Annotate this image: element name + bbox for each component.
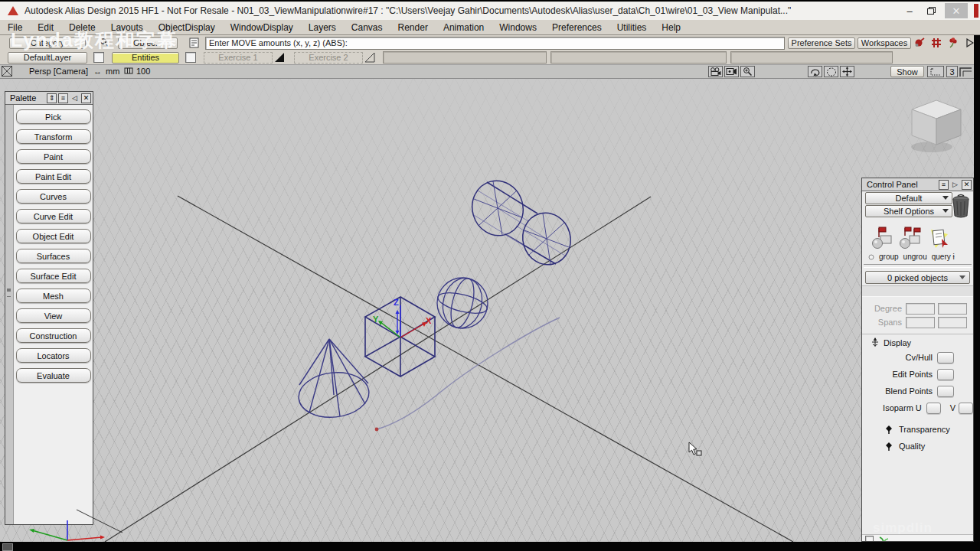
exercise1-layer-button[interactable]: Exercise 1 — [204, 52, 273, 64]
exercise2-layer-button[interactable]: Exercise 2 — [294, 52, 363, 64]
pin-grid-icon[interactable] — [928, 37, 945, 49]
recording-mark-icon — [974, 4, 978, 18]
window-title: Autodesk Alias Design 2015 HF1 - Not For… — [24, 5, 791, 16]
default-layer-button[interactable]: DefaultLayer — [8, 52, 87, 64]
grid-spacing-value[interactable]: 100 — [136, 67, 150, 76]
layer-slot-2[interactable] — [550, 51, 727, 64]
preference-sets-button[interactable]: Preference Sets — [788, 37, 855, 49]
menu-animation[interactable]: Animation — [436, 22, 492, 33]
three-button[interactable]: 3 — [946, 66, 958, 77]
twist-icon[interactable] — [808, 66, 822, 77]
camera-view-icon[interactable] — [724, 66, 739, 77]
menu-canvas[interactable]: Canvas — [344, 22, 390, 33]
freeform-curve[interactable] — [375, 318, 560, 431]
cylinder-wireframe[interactable] — [466, 174, 577, 270]
watermark-top: Lynda教程和字幕 — [11, 28, 178, 53]
watermark-bottom: simpdlin — [873, 520, 933, 536]
zoom-icon[interactable] — [740, 66, 755, 77]
camera-icon[interactable] — [708, 66, 723, 77]
menu-windowdisplay[interactable]: WindowDisplay — [223, 22, 301, 33]
exercise2-flag-icon[interactable] — [364, 52, 375, 63]
entities-layer-checkbox[interactable] — [185, 52, 196, 63]
layer-slot-3[interactable] — [730, 51, 893, 64]
wireframe-scene: Z Y X — [0, 79, 974, 542]
axis-y-label: Y — [373, 315, 379, 324]
restore-icon — [927, 7, 936, 15]
right-letterbox — [974, 35, 980, 551]
entities-layer-button[interactable]: Entities — [112, 52, 179, 64]
move-manipulator[interactable]: Z Y X — [373, 298, 432, 337]
bottom-letterbox — [0, 542, 980, 551]
menu-layers[interactable]: Layers — [301, 22, 344, 33]
resize-arrows-icon: ↔ — [93, 67, 102, 76]
cone-wireframe[interactable] — [296, 339, 371, 421]
corner-resize-icon[interactable] — [2, 543, 13, 551]
title-bar: Autodesk Alias Design 2015 HF1 - Not For… — [0, 0, 980, 20]
world-axis-triad — [29, 510, 122, 540]
exercise1-flag-icon[interactable] — [274, 52, 285, 63]
menu-help[interactable]: Help — [654, 22, 688, 33]
prompt-history-icon[interactable] — [185, 37, 202, 49]
autodesk-logo-icon — [8, 6, 18, 15]
curve-endpoint-dot — [375, 428, 379, 432]
grid-spacing-icon — [124, 66, 134, 77]
minimize-button[interactable]: – — [899, 3, 920, 18]
axis-line-a — [178, 196, 793, 542]
pan-icon[interactable] — [840, 66, 854, 77]
pin-ball-icon[interactable] — [911, 37, 928, 49]
restore-button[interactable] — [920, 3, 942, 18]
viewport-header: Persp [Camera] ↔ mm 100 Show 3 — [0, 65, 980, 79]
panel-close-icon[interactable] — [2, 66, 12, 78]
menu-preferences[interactable]: Preferences — [544, 22, 609, 33]
prompt-input[interactable]: Enter MOVE amounts (x, y, z) (ABS): — [205, 37, 785, 50]
menu-windows[interactable]: Windows — [492, 22, 544, 33]
menu-render[interactable]: Render — [390, 22, 436, 33]
menu-utilities[interactable]: Utilities — [609, 22, 655, 33]
axis-z-label: Z — [394, 298, 399, 307]
perspective-viewport[interactable]: Z Y X simpdlin — [0, 79, 974, 542]
workspaces-button[interactable]: Workspaces — [858, 37, 911, 49]
ruler-button[interactable] — [927, 66, 944, 77]
viewport-camera-label[interactable]: Persp [Camera] — [29, 67, 88, 76]
pin-flower-icon[interactable] — [945, 37, 962, 49]
viewport-units-label: mm — [106, 67, 119, 76]
show-button[interactable]: Show — [890, 66, 924, 77]
axis-x-label: X — [426, 316, 432, 325]
sphere-wireframe[interactable] — [436, 274, 488, 332]
lens-icon[interactable] — [824, 66, 838, 77]
window-controls: – ✕ — [899, 2, 980, 20]
layer-slot-1[interactable] — [383, 51, 547, 64]
view-cube[interactable] — [907, 96, 967, 159]
mouse-cursor-icon — [688, 442, 703, 460]
corner-window-icon[interactable] — [959, 66, 972, 77]
default-layer-checkbox[interactable] — [93, 52, 104, 63]
close-button[interactable]: ✕ — [945, 3, 968, 18]
